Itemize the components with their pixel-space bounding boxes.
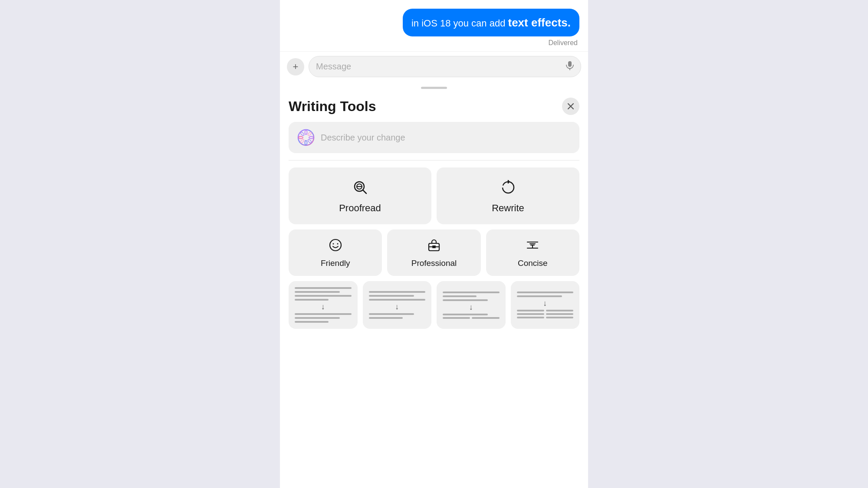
summary-card-3[interactable]: ↓	[437, 281, 506, 329]
svg-point-9	[300, 132, 305, 137]
proofread-label: Proofread	[339, 203, 381, 214]
phone-frame: in iOS 18 you can add text effects. Deli…	[280, 0, 588, 488]
svg-point-19	[330, 239, 341, 251]
card-table-cell	[546, 317, 573, 318]
rewrite-icon	[500, 180, 516, 197]
message-bubble: in iOS 18 you can add text effects.	[403, 9, 579, 36]
card-line	[369, 313, 414, 315]
tools-row-cards: ↓ ↓	[289, 281, 579, 329]
card-line	[295, 287, 352, 289]
card-line	[443, 291, 500, 293]
card-line	[295, 299, 329, 301]
card-line	[295, 295, 352, 297]
card-table-cell	[517, 313, 544, 315]
message-input[interactable]	[316, 62, 562, 72]
card-arrow: ↓	[543, 299, 547, 308]
card-arrow: ↓	[395, 302, 399, 311]
writing-tools-panel: Writing Tools	[280, 89, 588, 488]
card-line	[295, 317, 340, 319]
svg-point-11	[307, 132, 312, 137]
delivered-label: Delivered	[548, 39, 578, 47]
professional-label: Professional	[411, 259, 457, 268]
friendly-button[interactable]: Friendly	[289, 229, 382, 276]
writing-tools-title: Writing Tools	[289, 98, 376, 115]
card-table-cell	[517, 317, 544, 318]
describe-placeholder: Describe your change	[321, 133, 405, 143]
friendly-label: Friendly	[321, 259, 350, 268]
rewrite-button[interactable]: Rewrite	[437, 167, 579, 224]
tools-row-small: Friendly Professional	[289, 229, 579, 276]
phone-screen: in iOS 18 you can add text effects. Deli…	[280, 0, 588, 488]
message-text-bold: text effects.	[508, 16, 571, 29]
apple-intelligence-icon	[297, 129, 315, 146]
card-line	[369, 317, 403, 319]
svg-point-20	[332, 243, 334, 245]
mic-icon[interactable]	[566, 61, 574, 72]
message-input-wrap	[309, 56, 581, 77]
divider	[289, 160, 579, 160]
card-line	[517, 295, 562, 297]
concise-button[interactable]: Concise	[486, 229, 579, 276]
friendly-icon	[329, 238, 342, 254]
card-arrow: ↓	[321, 302, 325, 311]
card-table-cell	[546, 310, 573, 311]
card-table-cell	[517, 310, 544, 311]
professional-button[interactable]: Professional	[387, 229, 480, 276]
card-line	[295, 321, 329, 323]
svg-point-4	[298, 130, 314, 145]
summary-card-2[interactable]: ↓	[363, 281, 432, 329]
summary-card-4[interactable]: ↓	[511, 281, 580, 329]
card-line	[369, 291, 426, 293]
card-line	[517, 291, 574, 293]
message-text-prefix: in iOS 18 you can add	[411, 18, 508, 29]
card-line	[295, 291, 340, 293]
rewrite-label: Rewrite	[492, 203, 524, 214]
svg-point-12	[300, 139, 305, 144]
proofread-button[interactable]: Proofread	[289, 167, 431, 224]
svg-point-5	[305, 130, 307, 134]
summary-card-1[interactable]: ↓	[289, 281, 358, 329]
card-line	[443, 299, 488, 301]
svg-point-8	[309, 137, 313, 139]
card-line	[295, 313, 352, 315]
card-table-cell	[546, 313, 573, 315]
proofread-icon	[352, 180, 368, 197]
svg-point-7	[299, 137, 303, 139]
svg-point-6	[305, 141, 307, 145]
panel-header: Writing Tools	[289, 89, 579, 122]
message-area: in iOS 18 you can add text effects. Deli…	[280, 0, 588, 51]
svg-point-21	[337, 243, 338, 245]
card-line	[443, 314, 488, 315]
svg-line-15	[363, 190, 366, 193]
card-line	[369, 299, 426, 301]
concise-label: Concise	[518, 259, 548, 268]
svg-point-10	[307, 139, 312, 144]
card-line	[369, 295, 414, 297]
tools-row-large: Proofread Rewrite	[289, 167, 579, 224]
concise-icon	[526, 238, 539, 254]
card-line	[443, 317, 470, 319]
card-line	[472, 317, 499, 319]
card-arrow: ↓	[469, 303, 473, 312]
card-line	[443, 295, 477, 297]
input-bar: +	[280, 51, 588, 82]
describe-input-wrap[interactable]: Describe your change	[289, 122, 579, 153]
professional-icon	[427, 238, 441, 254]
add-button[interactable]: +	[287, 58, 304, 75]
svg-rect-0	[568, 61, 572, 67]
close-button[interactable]	[562, 98, 579, 115]
